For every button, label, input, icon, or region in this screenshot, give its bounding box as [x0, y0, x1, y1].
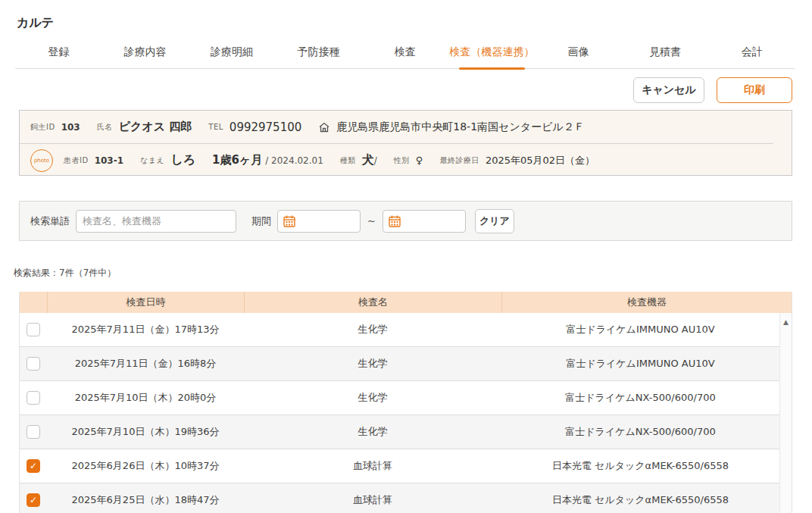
row-checkbox-checked[interactable]: ✓: [27, 459, 40, 473]
row-checkbox-cell: ✓: [20, 493, 47, 507]
header-exam-datetime: 検査日時: [47, 292, 244, 313]
results-table: 検査日時 検査名 検査機器 2025年7月11日（金）17時13分生化学富士ドラ…: [19, 292, 792, 513]
owner-address: 鹿児島県鹿児島市中央町18-1南国センタービル２Ｆ: [336, 120, 584, 134]
keyword-label: 検索単語: [30, 214, 70, 228]
exam-device: 富士ドライケムNX-500/600/700: [501, 391, 779, 405]
owner-id-label: 飼主ID: [30, 122, 55, 133]
table-header-row: 検査日時 検査名 検査機器: [20, 292, 792, 313]
header-exam-name: 検査名: [244, 292, 501, 313]
row-checkbox-cell: [20, 425, 47, 439]
table-row: 2025年7月11日（金）17時13分生化学富士ドライケムIMMUNO AU10…: [20, 313, 779, 347]
exam-device: 富士ドライケムNX-500/600/700: [501, 425, 779, 439]
patient-id-label: 患者ID: [64, 155, 89, 166]
row-checkbox-unchecked[interactable]: [27, 357, 40, 371]
table-row: 2025年7月10日（木）19時36分生化学富士ドライケムNX-500/600/…: [20, 415, 779, 449]
exam-name: 生化学: [244, 357, 501, 371]
patient-photo-placeholder[interactable]: photo: [30, 149, 53, 172]
patient-name-label: なまえ: [140, 155, 164, 166]
header-exam-device: 検査機器: [501, 292, 792, 313]
tab-accounting[interactable]: 会計: [709, 39, 795, 68]
date-to-input[interactable]: [383, 210, 466, 233]
patient-species-suffix: /: [374, 155, 377, 166]
exam-datetime: 2025年6月25日（水）18時47分: [47, 493, 244, 507]
tab-vaccination[interactable]: 予防接種: [275, 39, 361, 68]
owner-tel-label: TEL: [208, 123, 223, 131]
page-title: カルテ: [17, 15, 54, 31]
owner-row: 飼主ID 103 氏名 ピクオス 四郎 TEL 0992975100 鹿児島県鹿…: [20, 111, 792, 143]
exam-device: 日本光電 セルタックαMEK-6550/6558: [501, 459, 779, 473]
table-body: 2025年7月11日（金）17時13分生化学富士ドライケムIMMUNO AU10…: [20, 313, 779, 513]
exam-device: 富士ドライケムIMMUNO AU10V: [501, 323, 779, 336]
row-checkbox-cell: [20, 391, 47, 405]
patient-sex-label: 性別: [394, 155, 410, 166]
tab-examination[interactable]: 検査: [362, 39, 448, 68]
tab-medical-content[interactable]: 診療内容: [102, 39, 188, 68]
tab-bar: 登録 診療内容 診療明細 予防接種 検査 検査（機器連携） 画像 見積書 会計: [15, 39, 795, 69]
exam-datetime: 2025年7月11日（金）17時13分: [47, 323, 244, 336]
row-checkbox-checked[interactable]: ✓: [27, 493, 40, 507]
keyword-input[interactable]: [76, 210, 236, 233]
row-checkbox-cell: [20, 357, 47, 371]
exam-datetime: 2025年7月10日（木）19時36分: [47, 425, 244, 439]
tab-images[interactable]: 画像: [536, 39, 622, 68]
patient-species-value: 犬: [362, 152, 374, 168]
results-summary: 検索結果：7件（7件中）: [14, 267, 116, 280]
patient-row: photo 患者ID 103-1 なまえ しろ 1歳6ヶ月 / 2024.02.…: [20, 144, 792, 177]
table-row: ✓2025年6月25日（水）18時47分血球計算日本光電 セルタックαMEK-6…: [20, 483, 779, 513]
tab-examination-device-link[interactable]: 検査（機器連携）: [448, 39, 535, 68]
exam-name: 生化学: [244, 391, 501, 405]
exam-datetime: 2025年7月10日（木）20時0分: [47, 391, 244, 405]
patient-species-label: 種類: [340, 155, 356, 166]
last-visit-label: 最終診療日: [439, 155, 479, 166]
calendar-icon: [283, 214, 296, 228]
owner-name-label: 氏名: [97, 122, 113, 133]
table-row: 2025年7月11日（金）16時8分生化学富士ドライケムIMMUNO AU10V: [20, 347, 779, 381]
last-visit-value: 2025年05月02日（金）: [486, 154, 595, 167]
exam-device: 富士ドライケムIMMUNO AU10V: [501, 357, 779, 371]
owner-patient-panel: 飼主ID 103 氏名 ピクオス 四郎 TEL 0992975100 鹿児島県鹿…: [19, 110, 792, 176]
scroll-up-arrow[interactable]: ▲: [780, 313, 792, 326]
row-checkbox-unchecked[interactable]: [27, 391, 40, 405]
exam-name: 生化学: [244, 323, 501, 336]
exam-name: 血球計算: [244, 459, 501, 473]
tab-medical-detail[interactable]: 診療明細: [189, 39, 275, 68]
owner-tel-value: 0992975100: [230, 120, 301, 134]
exam-datetime: 2025年7月11日（金）16時8分: [47, 357, 244, 371]
patient-birthdate: / 2024.02.01: [265, 155, 323, 166]
row-checkbox-unchecked[interactable]: [27, 323, 40, 336]
clear-button[interactable]: クリア: [475, 209, 514, 233]
row-checkbox-unchecked[interactable]: [27, 425, 40, 439]
patient-id-value: 103-1: [95, 155, 123, 166]
row-checkbox-cell: [20, 323, 47, 336]
cancel-button[interactable]: キャンセル: [633, 77, 704, 103]
tab-registration[interactable]: 登録: [15, 39, 102, 68]
exam-device: 日本光電 セルタックαMEK-6550/6558: [501, 493, 779, 507]
calendar-icon: [388, 214, 401, 228]
print-button[interactable]: 印刷: [717, 77, 792, 103]
karte-page: カルテ 登録 診療内容 診療明細 予防接種 検査 検査（機器連携） 画像 見積書…: [0, 0, 812, 513]
owner-id-value: 103: [61, 122, 80, 133]
exam-name: 血球計算: [244, 493, 501, 507]
patient-name-value: しろ: [170, 152, 195, 168]
table-row: 2025年7月10日（木）20時0分生化学富士ドライケムNX-500/600/7…: [20, 381, 779, 415]
search-panel: 検索単語 期間 ~ クリア: [19, 201, 792, 241]
exam-datetime: 2025年6月26日（木）10時37分: [47, 459, 244, 473]
owner-name-value: ピクオス 四郎: [119, 120, 192, 134]
period-label: 期間: [251, 214, 271, 228]
patient-age: 1歳6ヶ月: [212, 153, 262, 167]
tab-estimate[interactable]: 見積書: [622, 39, 708, 68]
exam-name: 生化学: [244, 425, 501, 439]
patient-sex-value: ♀: [416, 155, 423, 166]
table-row: ✓2025年6月26日（木）10時37分血球計算日本光電 セルタックαMEK-6…: [20, 449, 779, 483]
action-buttons: キャンセル 印刷: [633, 77, 792, 103]
date-range-separator: ~: [367, 215, 376, 227]
table-scrollbar[interactable]: ▲: [779, 313, 792, 513]
row-checkbox-cell: ✓: [20, 459, 47, 473]
home-icon: [318, 121, 330, 133]
date-from-input[interactable]: [277, 210, 361, 233]
